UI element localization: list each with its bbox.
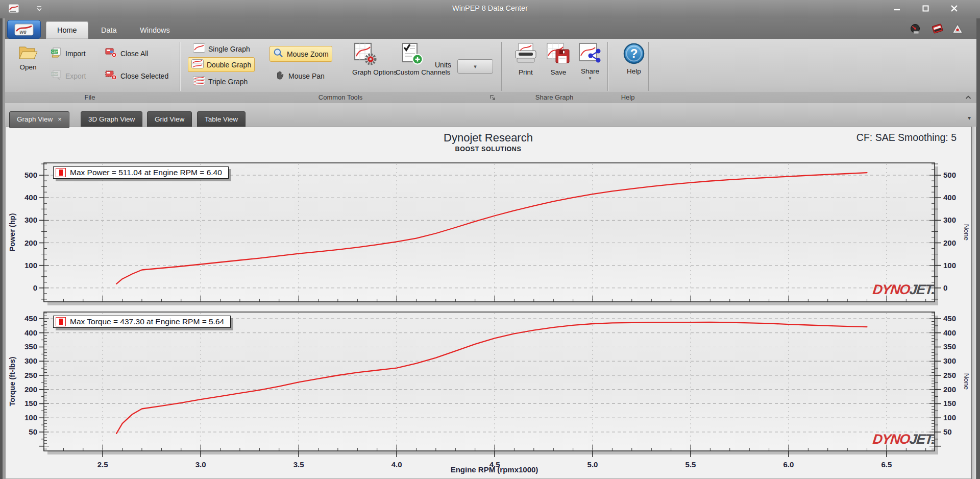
graph-options-label: Graph Options xyxy=(352,68,380,77)
ribbon-tab-windows[interactable]: Windows xyxy=(129,21,181,39)
power-series-swatch xyxy=(56,168,66,177)
svg-text:400: 400 xyxy=(24,193,37,202)
svg-text:300: 300 xyxy=(943,356,956,365)
gauge-icon[interactable] xyxy=(910,23,921,36)
minimize-button[interactable] xyxy=(889,3,904,13)
group-label-share-graph: Share Graph xyxy=(501,93,607,101)
common-tools-dialog-launcher[interactable] xyxy=(489,94,496,103)
svg-text:500: 500 xyxy=(24,171,37,179)
mouse-zoom-label: Mouse Zoom xyxy=(287,50,329,58)
units-label: Units xyxy=(432,59,454,70)
svg-text:400: 400 xyxy=(24,328,37,337)
triple-graph-button[interactable]: Triple Graph xyxy=(190,75,251,88)
double-graph-label: Double Graph xyxy=(207,61,251,69)
svg-text:400: 400 xyxy=(943,193,956,202)
svg-text:300: 300 xyxy=(943,215,956,224)
svg-text:500: 500 xyxy=(943,171,956,179)
export-label: Export xyxy=(65,72,86,80)
torque-series-swatch xyxy=(56,317,66,326)
help-label: Help xyxy=(627,67,641,76)
application-menu-button[interactable]: W8 xyxy=(7,20,41,39)
share-button[interactable]: Share ▾ xyxy=(573,41,607,82)
csv-export-icon: CSV xyxy=(50,70,62,82)
svg-text:?: ? xyxy=(630,46,638,60)
close-all-button[interactable]: Close All xyxy=(102,46,151,61)
graph-view-panel: Dynojet Research BOOST SOLUTIONS CF: SAE… xyxy=(5,127,971,479)
open-button[interactable]: Open xyxy=(10,42,46,73)
svg-text:150: 150 xyxy=(943,399,956,408)
tab-3d-graph-view[interactable]: 3D Graph View xyxy=(81,111,142,128)
group-label-help: Help xyxy=(607,93,648,101)
save-button[interactable]: Save xyxy=(541,41,576,78)
device-icon[interactable] xyxy=(931,23,944,37)
print-button[interactable]: Print xyxy=(508,41,543,78)
printer-icon xyxy=(513,42,538,67)
power-legend-text: Max Power = 511.04 at Engine RPM = 6.40 xyxy=(70,168,222,177)
mouse-pan-button[interactable]: Mouse Pan xyxy=(272,68,328,83)
print-label: Print xyxy=(519,68,533,77)
mouse-pan-label: Mouse Pan xyxy=(288,72,325,80)
group-label-common-tools: Common Tools xyxy=(180,93,501,101)
dynojet-watermark: DYNOJET. xyxy=(837,282,935,298)
svg-text:350: 350 xyxy=(943,342,956,351)
single-graph-button[interactable]: Single Graph xyxy=(190,42,253,56)
svg-text:W8: W8 xyxy=(19,30,27,35)
collapse-ribbon-button[interactable] xyxy=(965,94,972,103)
import-label: Import xyxy=(65,50,86,58)
title-bar: WinPEP 8 Data Center xyxy=(0,0,980,19)
tab-graph-view[interactable]: Graph View× xyxy=(9,111,69,128)
custom-channels-button[interactable]: Custom Channels xyxy=(389,41,434,78)
save-floppy-icon xyxy=(546,42,571,67)
share-icon xyxy=(578,42,602,66)
help-icon: ? xyxy=(623,42,645,66)
svg-text:200: 200 xyxy=(24,238,37,247)
svg-text:100: 100 xyxy=(943,261,956,270)
window-title: WinPEP 8 Data Center xyxy=(0,4,980,12)
hand-pan-icon xyxy=(275,70,285,82)
graph-options-icon xyxy=(354,42,378,67)
share-dropdown-icon: ▾ xyxy=(589,76,592,81)
svg-text:Power (hp): Power (hp) xyxy=(8,213,16,251)
group-separator xyxy=(180,42,180,91)
tab-grid-view[interactable]: Grid View xyxy=(147,111,192,128)
tab-list-dropdown-icon[interactable]: ▾ xyxy=(968,114,971,122)
right-scroll-strip[interactable] xyxy=(971,127,976,479)
export-button[interactable]: CSV Export xyxy=(47,68,89,83)
close-selected-button[interactable]: Close Selected xyxy=(102,68,172,83)
custom-channels-label: Custom Channels xyxy=(396,68,427,77)
close-selected-icon xyxy=(105,70,117,82)
group-separator xyxy=(501,42,502,91)
warning-triangle-icon[interactable] xyxy=(951,23,964,36)
import-button[interactable]: CSV Import xyxy=(47,46,89,61)
ribbon-tab-home[interactable]: Home xyxy=(46,21,88,39)
triple-graph-label: Triple Graph xyxy=(208,78,248,86)
svg-text:400: 400 xyxy=(943,328,956,337)
tab-table-view[interactable]: Table View xyxy=(197,111,246,128)
svg-text:100: 100 xyxy=(24,413,37,422)
graph-options-button[interactable]: Graph Options xyxy=(346,41,386,78)
chart-canvas[interactable]: 00100100200200300300400400500500Power (h… xyxy=(6,127,972,479)
mouse-zoom-button[interactable]: Mouse Zoom xyxy=(270,46,332,62)
open-label: Open xyxy=(19,63,36,71)
folder-open-icon xyxy=(18,43,38,62)
maximize-button[interactable] xyxy=(918,3,933,13)
dynojet-watermark: DYNOJET. xyxy=(837,432,935,447)
help-button[interactable]: ? Help xyxy=(619,41,649,77)
svg-text:300: 300 xyxy=(24,356,37,365)
svg-text:50: 50 xyxy=(943,427,952,436)
csv-import-icon: CSV xyxy=(50,47,62,59)
svg-text:100: 100 xyxy=(24,261,37,270)
double-graph-button[interactable]: Double Graph xyxy=(188,57,255,72)
close-button[interactable] xyxy=(946,3,962,13)
single-graph-icon xyxy=(193,43,205,54)
ribbon-tab-data[interactable]: Data xyxy=(90,21,128,39)
custom-channels-icon xyxy=(400,42,423,67)
svg-text:None: None xyxy=(963,224,970,241)
close-tab-icon[interactable]: × xyxy=(58,115,62,123)
units-dropdown[interactable]: ▾ xyxy=(457,59,493,74)
close-all-icon xyxy=(105,47,117,59)
magnifier-icon xyxy=(273,48,284,60)
svg-text:50: 50 xyxy=(29,427,37,436)
svg-text:0: 0 xyxy=(33,283,37,292)
svg-text:250: 250 xyxy=(943,371,956,379)
